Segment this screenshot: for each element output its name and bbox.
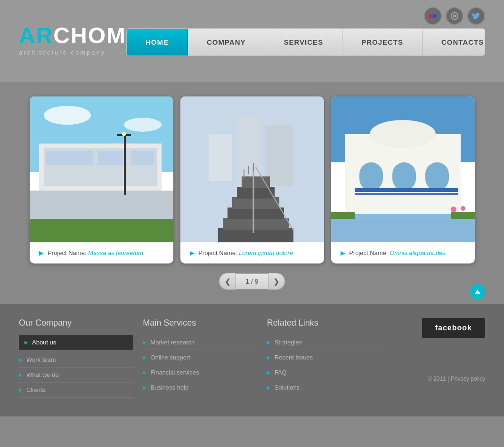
svg-rect-22	[223, 218, 289, 230]
bullet-icon: ▶	[24, 340, 28, 345]
project-info-1: ▶ Project Name: Massa as laoreetum	[30, 242, 173, 263]
footer-link-clients[interactable]: ▶ Clients	[19, 383, 133, 398]
svg-rect-24	[232, 197, 279, 209]
footer-link-recent[interactable]: ▶ Recent issues	[267, 350, 382, 365]
project-card-2[interactable]: ▶ Project Name: Lorem ipsum dolore	[180, 96, 324, 263]
bullet-icon: ▶	[143, 340, 146, 345]
logo-ar: AR	[19, 23, 53, 48]
page-current: 1	[245, 278, 249, 285]
footer-solutions-label: Solutions	[275, 384, 300, 391]
facebook-button[interactable]: facebook	[422, 318, 485, 338]
logo-area: ARCHOM architecture company	[19, 24, 126, 56]
svg-rect-36	[392, 162, 416, 191]
footer-link-faq[interactable]: ▶ FAQ	[267, 365, 382, 380]
footer-link-solutions[interactable]: ▶ Solutions	[267, 380, 382, 395]
footer-link-strategies[interactable]: ▶ Strategies	[267, 335, 382, 350]
footer-link-financial[interactable]: ▶ Financial services	[143, 365, 257, 380]
flickr-icon[interactable]	[424, 7, 442, 25]
next-page-button[interactable]: ❯	[268, 273, 285, 290]
project-name-3[interactable]: Omnis aliqua modes	[390, 249, 446, 256]
prev-page-button[interactable]: ❮	[219, 273, 236, 290]
project-image-3	[331, 96, 475, 242]
footer-grid: Our Company ▶ About us ▶ Work team ▶ Wha…	[19, 318, 485, 398]
bullet-icon: ▶	[19, 357, 23, 362]
svg-point-0	[429, 14, 433, 18]
footer-company-title: Our Company	[19, 318, 133, 328]
nav-services[interactable]: SERVICES	[265, 29, 343, 56]
footer-links-col: Related Links ▶ Strategies ▶ Recent issu…	[267, 318, 391, 398]
circle-icon[interactable]	[446, 7, 463, 25]
nav-home[interactable]: HOME	[127, 29, 188, 56]
svg-rect-35	[359, 162, 383, 191]
footer-whatwedo-label: What we do	[26, 371, 59, 378]
scroll-top-button[interactable]	[470, 284, 485, 299]
arrow-icon-1: ▶	[39, 249, 44, 256]
svg-rect-21	[218, 228, 293, 242]
footer-link-whatwedo[interactable]: ▶ What we do	[19, 367, 133, 383]
footer-link-about[interactable]: ▶ About us	[19, 335, 133, 350]
footer-company-col: Our Company ▶ About us ▶ Work team ▶ Wha…	[19, 318, 143, 398]
footer-faq-label: FAQ	[275, 369, 287, 376]
arrow-icon-2: ▶	[190, 249, 195, 256]
svg-rect-13	[30, 219, 173, 242]
projects-grid: ▶ Project Name: Massa as laoreetum	[19, 96, 485, 263]
svg-rect-11	[131, 151, 154, 165]
svg-point-3	[453, 15, 456, 17]
footer-link-online[interactable]: ▶ Online support	[143, 350, 257, 365]
footer-link-workteam[interactable]: ▶ Work team	[19, 352, 133, 367]
footer-link-business[interactable]: ▶ Business help	[143, 380, 257, 395]
project-label-3: Project Name:	[349, 249, 388, 256]
svg-rect-40	[331, 218, 475, 242]
bullet-icon: ▶	[267, 370, 271, 375]
svg-point-5	[44, 106, 91, 125]
nav-projects[interactable]: PROJECTS	[342, 29, 423, 56]
svg-rect-26	[242, 176, 270, 188]
svg-rect-39	[355, 193, 458, 195]
bullet-icon: ▶	[143, 385, 146, 390]
bullet-icon: ▶	[19, 387, 23, 392]
footer-links-title: Related Links	[267, 318, 382, 328]
bullet-icon: ▶	[143, 355, 146, 360]
svg-point-34	[370, 120, 436, 148]
project-info-3: ▶ Project Name: Omnis aliqua modes	[331, 242, 475, 263]
arrow-icon-3: ▶	[341, 249, 345, 256]
footer-online-label: Online support	[150, 354, 190, 361]
page-separator: /	[251, 278, 255, 285]
twitter-icon[interactable]	[467, 7, 485, 25]
svg-rect-20	[209, 134, 232, 181]
bullet-icon: ▶	[267, 355, 271, 360]
project-card-3[interactable]: ▶ Project Name: Omnis aliqua modes	[331, 96, 475, 263]
nav-bar: HOME COMPANY SERVICES PROJECTS CONTACTS	[126, 28, 485, 56]
bullet-icon: ▶	[143, 370, 146, 375]
social-icons	[424, 7, 485, 25]
logo-subtitle: architecture company	[19, 49, 126, 56]
project-image-2	[180, 96, 324, 242]
header-content: ARCHOM architecture company HOME COMPANY…	[19, 24, 485, 58]
bullet-icon: ▶	[267, 340, 271, 345]
page-info: 1 / 9	[236, 273, 268, 289]
footer-recent-label: Recent issues	[275, 354, 313, 361]
logo-chom: CHOM	[53, 23, 126, 48]
svg-rect-18	[237, 115, 260, 186]
footer-workteam-label: Work team	[26, 356, 56, 363]
svg-point-44	[451, 207, 456, 212]
svg-rect-12	[30, 191, 173, 219]
bullet-icon: ▶	[19, 372, 23, 377]
nav-contacts[interactable]: CONTACTS	[423, 29, 485, 56]
project-name-2[interactable]: Lorem ipsum dolore	[239, 249, 293, 256]
main-content: ▶ Project Name: Massa as laoreetum	[0, 82, 504, 304]
svg-rect-10	[98, 151, 126, 165]
svg-rect-37	[425, 162, 449, 191]
footer-link-market[interactable]: ▶ Market research	[143, 335, 257, 350]
project-card-1[interactable]: ▶ Project Name: Massa as laoreetum	[30, 96, 173, 263]
footer: Our Company ▶ About us ▶ Work team ▶ Wha…	[0, 304, 504, 416]
bullet-icon: ▶	[267, 385, 271, 390]
project-label-2: Project Name:	[198, 249, 237, 256]
svg-rect-42	[331, 212, 355, 219]
nav-company[interactable]: COMPANY	[188, 29, 265, 56]
svg-rect-9	[46, 151, 93, 165]
footer-strategies-label: Strategies	[275, 339, 302, 346]
header: ARCHOM architecture company HOME COMPANY…	[0, 0, 504, 82]
project-name-1[interactable]: Massa as laoreetum	[88, 249, 143, 256]
footer-business-label: Business help	[150, 384, 188, 391]
